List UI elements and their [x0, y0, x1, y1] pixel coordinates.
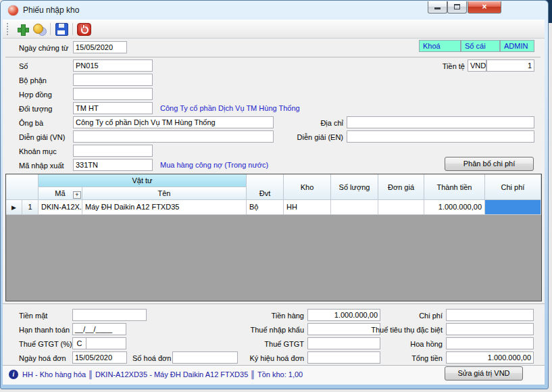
floppy-body: [55, 23, 68, 36]
power-stem: [83, 25, 84, 28]
cash-field[interactable]: [72, 309, 147, 321]
expense-label: Chi phí: [338, 311, 443, 320]
item-code-field[interactable]: [73, 145, 153, 157]
number-field[interactable]: PN015: [73, 59, 153, 72]
close-button[interactable]: ×: [468, 1, 501, 14]
coin-front: [33, 24, 43, 34]
commission-label: Hoa hồng: [338, 339, 443, 349]
toolbar: [3, 20, 545, 39]
vat-pct-label: Thuế GTGT (%): [19, 339, 72, 349]
invoice-serial-label: Ký hiệu hoá đơn: [223, 353, 304, 363]
separator: [3, 303, 545, 304]
add-icon[interactable]: [16, 22, 30, 36]
cell-kho[interactable]: HH: [284, 200, 331, 215]
allocate-cost-button[interactable]: Phân bổ chi phí: [445, 157, 534, 171]
grid-corner-header[interactable]: [6, 174, 39, 200]
currency-rate-field[interactable]: 1: [486, 59, 534, 72]
special-tax-label: Thuế tiêu thụ đặc biệt: [338, 325, 443, 335]
vat-label: Thuế GTGT: [223, 339, 304, 349]
user-button[interactable]: ADMIN: [500, 40, 534, 52]
due-date-field[interactable]: __/__/____: [72, 323, 126, 335]
power-close-icon[interactable]: [76, 22, 91, 36]
import-tax-label: Thuế nhập khẩu: [223, 325, 304, 335]
item-code-label: Khoản mục: [19, 147, 57, 156]
partner-label: Đối tượng: [19, 104, 52, 114]
plus-shape: [21, 24, 26, 36]
lock-button[interactable]: Khoá: [419, 40, 461, 52]
partner-name-text: Công Ty cổ phần Dịch Vụ TM Hùng Thống: [160, 104, 300, 112]
cell-chi-phi-selected[interactable]: [485, 200, 541, 215]
separator: [3, 365, 545, 366]
vat-pct-field[interactable]: [86, 337, 126, 349]
goods-amount-label: Tiền hàng: [223, 311, 304, 320]
screen: Phiếu nhập kho × Ngày chứng từ 15/05/202…: [0, 0, 552, 392]
grid-col-so-luong[interactable]: Số lượng: [331, 174, 378, 200]
department-label: Bộ phận: [19, 76, 47, 85]
grid-col-kho[interactable]: Kho: [284, 174, 331, 200]
minimize-button[interactable]: [428, 1, 447, 14]
desc-vn-field[interactable]: [73, 130, 274, 143]
expense-field[interactable]: [446, 309, 534, 321]
maximize-icon: [454, 4, 460, 9]
contract-field[interactable]: [73, 88, 153, 100]
toolbar-separator: [50, 23, 51, 35]
info-icon: i: [9, 370, 18, 379]
grid-col-thanh-tien[interactable]: Thành tiền: [424, 174, 485, 200]
io-code-label: Mã nhập xuất: [19, 161, 64, 170]
cell-dvt[interactable]: Bộ: [247, 200, 284, 215]
power-ring: [81, 26, 89, 34]
doc-date-field[interactable]: 15/05/2020: [73, 41, 127, 53]
toolbar-separator: [72, 23, 73, 35]
grid-col-don-gia[interactable]: Đơn giá: [378, 174, 424, 200]
department-field[interactable]: [73, 74, 153, 86]
row-marker-cell[interactable]: ▶: [6, 200, 22, 215]
coin-lookup-icon[interactable]: [32, 22, 47, 36]
cell-so-luong[interactable]: [331, 200, 378, 215]
desc-vn-label: Diễn giải (VN): [19, 132, 65, 142]
maximize-button[interactable]: [447, 1, 467, 14]
commission-field[interactable]: [446, 337, 534, 349]
ledger-button[interactable]: Sổ cái: [461, 40, 500, 52]
status-text: HH - Kho hàng hóa ║ DKIN-A12XD35 - Máy Đ…: [22, 370, 303, 378]
power-body: [77, 23, 91, 36]
edit-vnd-value-button[interactable]: Sửa giá trị VND: [445, 366, 523, 381]
number-label: Số: [19, 62, 28, 71]
person-field[interactable]: Công Ty cổ phần Dịch Vụ TM Hùng Thống: [73, 116, 274, 128]
cash-label: Tiền mặt: [19, 311, 47, 320]
address-label: Địa chỉ: [297, 118, 343, 128]
grid-col-chi-phi[interactable]: Chi phí: [485, 174, 541, 200]
currency-code-field[interactable]: VND: [468, 59, 486, 72]
grid-group-header[interactable]: Vật tư: [39, 174, 247, 187]
window-title: Phiếu nhập kho: [23, 5, 79, 15]
invoice-no-label: Số hoá đơn: [132, 353, 171, 363]
io-code-field[interactable]: 331TN: [73, 159, 153, 171]
cell-ten[interactable]: Máy ĐH Daikin A12 FTXD35: [82, 200, 247, 215]
contract-label: Hợp đồng: [19, 90, 52, 99]
toolbar-grip[interactable]: [7, 23, 10, 35]
special-tax-field[interactable]: [446, 323, 534, 335]
desc-en-field[interactable]: [347, 130, 534, 143]
grid-col-dvt[interactable]: Đvt: [247, 174, 284, 200]
cell-thanh-tien[interactable]: 1.000.000,00: [424, 200, 485, 215]
row-marker-icon: ▶: [11, 204, 16, 211]
cell-ma[interactable]: DKIN-A12X...: [39, 200, 82, 215]
vat-pct-code-field[interactable]: C: [72, 337, 86, 349]
person-label: Ông bà: [19, 118, 43, 128]
invoice-date-label: Ngày hoá đơn: [19, 353, 66, 363]
save-floppy-icon[interactable]: [54, 22, 69, 36]
total-field[interactable]: 1.000.000,00: [446, 351, 534, 364]
currency-label: Tiền tệ: [405, 62, 465, 71]
cell-don-gia[interactable]: [378, 200, 424, 215]
desc-en-label: Diễn giải (EN): [284, 132, 343, 142]
partner-field[interactable]: TM HT: [73, 102, 153, 114]
doc-date-label: Ngày chứng từ: [19, 43, 68, 53]
grid-col-ten[interactable]: Tên: [82, 187, 247, 200]
app-icon: [8, 5, 18, 16]
row-number-cell[interactable]: 1: [22, 200, 39, 215]
minimize-icon: [434, 7, 441, 9]
separator: [5, 57, 541, 57]
address-field[interactable]: [347, 116, 534, 128]
due-date-label: Hạn thanh toán: [19, 325, 70, 335]
expand-column-icon[interactable]: +: [73, 191, 81, 199]
invoice-date-field[interactable]: 15/05/2020: [72, 351, 127, 364]
